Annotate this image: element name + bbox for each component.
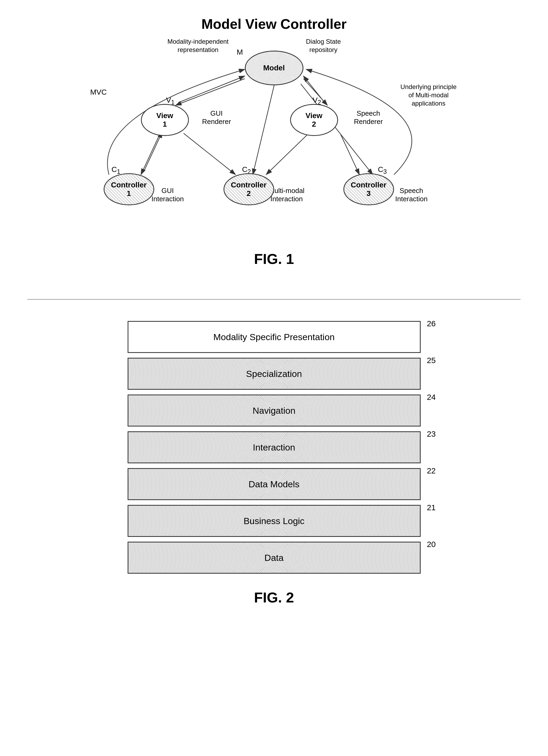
layer-box-22: Data Models 22 [128,468,421,500]
svg-line-2 [176,79,245,105]
view2-node: View 2 [290,104,338,136]
layer-number-21: 21 [427,503,436,512]
layer-number-23: 23 [427,429,436,439]
c1-label: C1 [112,165,120,175]
svg-line-6 [253,85,274,175]
fig2-section: Modality Specific Presentation 26 Specia… [0,310,548,622]
layer-label-25: Specialization [246,369,302,379]
layer-number-24: 24 [427,393,436,402]
layer-row-23: Interaction 23 [128,431,421,463]
layer-box-20: Data 20 [128,542,421,574]
fig1-diagram: MVC M Modality-independentrepresentation… [88,35,461,243]
fig2-diagram: Modality Specific Presentation 26 Specia… [128,321,421,578]
svg-line-8 [141,135,160,175]
section-divider [27,299,521,300]
layer-label-26: Modality Specific Presentation [214,332,334,342]
view1-node: View 1 [141,104,189,136]
layer-number-25: 25 [427,356,436,365]
svg-line-3 [178,76,245,103]
speech-interaction-label: SpeechInteraction [395,187,428,203]
fig1-title: Model View Controller [202,16,346,32]
layer-row-24: Navigation 24 [128,395,421,427]
layer-row-22: Data Models 22 [128,468,421,500]
modality-independent-label: Modality-independentrepresentation [168,37,229,54]
speech-renderer-label: SpeechRenderer [354,109,383,126]
svg-line-9 [144,132,162,172]
fig1-section: Model View Controller [0,0,548,294]
layer-number-20: 20 [427,540,436,549]
layer-row-21: Business Logic 21 [128,505,421,537]
model-node: Model [245,51,303,85]
layer-row-20: Data 20 [128,542,421,574]
mvc-label: MVC [90,88,107,96]
controller3-node: Controller 3 [343,173,394,205]
layer-box-26: Modality Specific Presentation 26 [128,321,421,353]
m-label: M [237,48,243,57]
layer-label-22: Data Models [249,479,299,489]
layer-label-23: Interaction [253,442,295,453]
underlying-label: Underlying principleof Multi-modalapplic… [399,83,458,108]
layer-box-25: Specialization 25 [128,358,421,390]
gui-interaction-label: GUIInteraction [152,187,184,203]
dialog-state-label: Dialog Staterepository [306,37,341,54]
controller1-node: Controller 1 [104,173,154,205]
controller2-node: Controller 2 [224,173,274,205]
layer-number-26: 26 [427,319,436,328]
layer-box-24: Navigation 24 [128,395,421,427]
layer-row-25: Specialization 25 [128,358,421,390]
gui-renderer-label: GUIRenderer [202,109,231,126]
layer-box-23: Interaction 23 [128,431,421,463]
layer-number-22: 22 [427,466,436,475]
layer-label-21: Business Logic [244,516,304,526]
svg-line-11 [266,133,309,175]
multimodal-interaction-label: Multi-modalInteraction [269,187,304,203]
fig2-label: FIG. 2 [254,589,294,606]
c3-label: C3 [378,165,387,175]
layer-label-24: Navigation [253,405,295,416]
layer-row-26: Modality Specific Presentation 26 [128,321,421,353]
layer-label-20: Data [265,553,284,563]
svg-line-10 [184,133,236,175]
fig1-label: FIG. 1 [254,251,294,267]
layer-box-21: Business Logic 21 [128,505,421,537]
svg-line-12 [341,135,359,175]
